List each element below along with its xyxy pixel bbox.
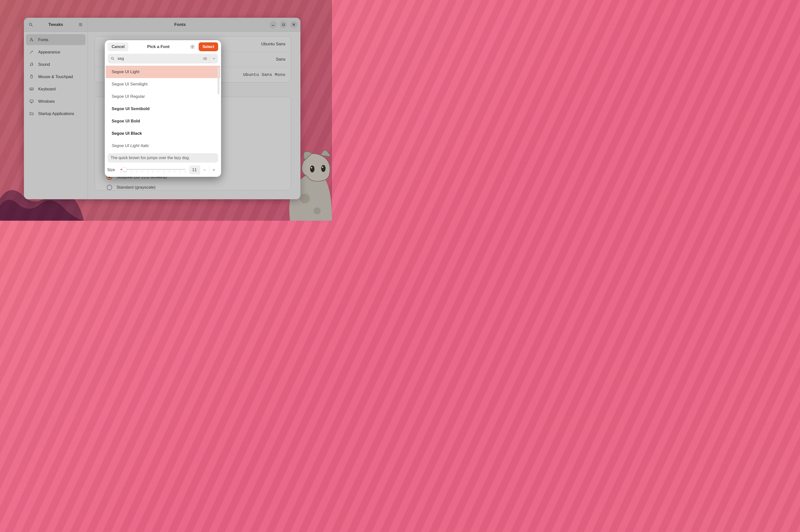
maximize-button[interactable] bbox=[280, 21, 287, 28]
dialog-title: Pick a Font bbox=[130, 44, 186, 49]
sidebar-item-startup[interactable]: Startup Applications bbox=[26, 108, 86, 119]
sidebar-item-label: Windows bbox=[38, 99, 55, 104]
sidebar-item-keyboard[interactable]: Keyboard bbox=[26, 83, 86, 94]
hamburger-icon bbox=[78, 22, 83, 27]
font-list-item[interactable]: Segoe UI Light Italic bbox=[106, 140, 220, 152]
radio-label: Standard (grayscale) bbox=[116, 185, 155, 190]
search-bar bbox=[108, 54, 218, 63]
size-decrement-button[interactable] bbox=[200, 166, 209, 174]
font-picker-dialog: Cancel Pick a Font Select Segoe UI Light… bbox=[105, 40, 221, 177]
font-preview[interactable]: The quick brown fox jumps over the lazy … bbox=[108, 153, 218, 163]
search-button[interactable] bbox=[27, 21, 35, 28]
monitor-icon bbox=[29, 99, 34, 103]
search-icon bbox=[111, 57, 115, 61]
svg-point-4 bbox=[300, 194, 310, 204]
page-title: Fonts bbox=[91, 22, 269, 27]
svg-line-7 bbox=[31, 25, 33, 26]
svg-point-1 bbox=[321, 165, 325, 172]
svg-rect-22 bbox=[30, 88, 34, 90]
svg-point-25 bbox=[31, 89, 31, 89]
gear-icon bbox=[190, 44, 195, 49]
close-button[interactable] bbox=[290, 21, 297, 28]
sidebar-item-label: Appearance bbox=[38, 50, 60, 54]
chevron-down-icon bbox=[212, 57, 216, 60]
sidebar-item-appearance[interactable]: Appearance bbox=[26, 46, 86, 57]
svg-rect-28 bbox=[30, 100, 33, 102]
search-input[interactable] bbox=[117, 56, 198, 61]
size-slider[interactable] bbox=[120, 166, 186, 174]
keyboard-icon bbox=[29, 87, 34, 91]
font-icon: A bbox=[29, 37, 34, 42]
svg-point-24 bbox=[30, 89, 31, 89]
svg-point-2 bbox=[311, 167, 312, 169]
sidebar-item-label: Mouse & Touchpad bbox=[38, 74, 73, 79]
sidebar-item-sound[interactable]: Sound bbox=[26, 59, 86, 70]
mouse-icon bbox=[29, 74, 34, 79]
sidebar-item-label: Keyboard bbox=[38, 87, 56, 91]
font-list-item[interactable]: Segoe UI Semilight bbox=[106, 78, 220, 90]
clear-search-button[interactable] bbox=[200, 54, 209, 63]
dialog-header: Cancel Pick a Font Select bbox=[105, 40, 221, 53]
font-value: Ubuntu Sans bbox=[261, 42, 285, 46]
sidebar-item-label: Startup Applications bbox=[38, 111, 74, 116]
minimize-button[interactable] bbox=[269, 21, 277, 28]
minus-icon bbox=[203, 168, 206, 172]
svg-point-27 bbox=[33, 89, 33, 89]
svg-rect-12 bbox=[282, 24, 284, 25]
folder-icon bbox=[29, 111, 34, 116]
font-list-item[interactable]: Segoe UI Light bbox=[106, 66, 220, 78]
app-title: Tweaks bbox=[35, 22, 77, 27]
font-list-item[interactable]: Segoe UI Bold bbox=[106, 115, 220, 127]
sidebar-item-label: Fonts bbox=[38, 37, 48, 42]
minimize-icon bbox=[272, 23, 275, 26]
font-list-item[interactable]: Segoe UI Semibold bbox=[106, 103, 220, 115]
backspace-icon bbox=[203, 56, 207, 61]
font-list-item[interactable]: Segoe UI Black bbox=[106, 127, 220, 140]
svg-text:A: A bbox=[32, 40, 34, 42]
svg-line-33 bbox=[113, 59, 114, 60]
svg-point-5 bbox=[314, 207, 321, 214]
size-spinbutton: 11 bbox=[189, 166, 219, 174]
select-button[interactable]: Select bbox=[199, 42, 218, 51]
sidebar-item-windows[interactable]: Windows bbox=[26, 96, 86, 107]
sidebar: A Fonts Appearance Sound Mouse & Touchpa… bbox=[24, 32, 88, 199]
font-value: Ubuntu Sans Mono bbox=[243, 72, 285, 77]
font-list-item[interactable]: Segoe UI Regular bbox=[106, 90, 220, 103]
cancel-button[interactable]: Cancel bbox=[108, 42, 128, 51]
svg-point-19 bbox=[32, 64, 33, 65]
hamburger-menu-button[interactable] bbox=[77, 21, 85, 28]
size-increment-button[interactable] bbox=[209, 166, 219, 174]
sidebar-item-label: Sound bbox=[38, 62, 50, 67]
svg-point-32 bbox=[111, 57, 113, 59]
maximize-icon bbox=[282, 23, 285, 26]
svg-point-18 bbox=[30, 65, 31, 66]
plus-icon bbox=[212, 168, 216, 172]
size-value[interactable]: 11 bbox=[189, 168, 200, 172]
wand-icon bbox=[29, 50, 34, 54]
search-options-button[interactable] bbox=[209, 54, 218, 63]
music-icon bbox=[29, 62, 34, 66]
titlebar: Tweaks Fonts bbox=[24, 18, 300, 32]
svg-point-16 bbox=[33, 51, 33, 51]
sidebar-item-mouse[interactable]: Mouse & Touchpad bbox=[26, 71, 86, 82]
font-list[interactable]: Segoe UI Light Segoe UI Semilight Segoe … bbox=[106, 65, 220, 152]
font-value: Sans bbox=[276, 57, 285, 62]
sidebar-item-fonts[interactable]: A Fonts bbox=[26, 34, 86, 45]
svg-point-3 bbox=[322, 167, 323, 168]
settings-button[interactable] bbox=[188, 43, 197, 51]
close-icon bbox=[292, 23, 295, 26]
radio-icon bbox=[107, 185, 112, 190]
search-icon bbox=[29, 22, 33, 27]
svg-point-0 bbox=[310, 166, 315, 172]
size-label: Size bbox=[107, 168, 117, 172]
radio-option-standard[interactable]: Standard (grayscale) bbox=[107, 185, 167, 190]
svg-point-31 bbox=[192, 46, 193, 47]
size-row: Size 11 bbox=[105, 165, 221, 177]
scrollbar[interactable] bbox=[218, 67, 219, 94]
